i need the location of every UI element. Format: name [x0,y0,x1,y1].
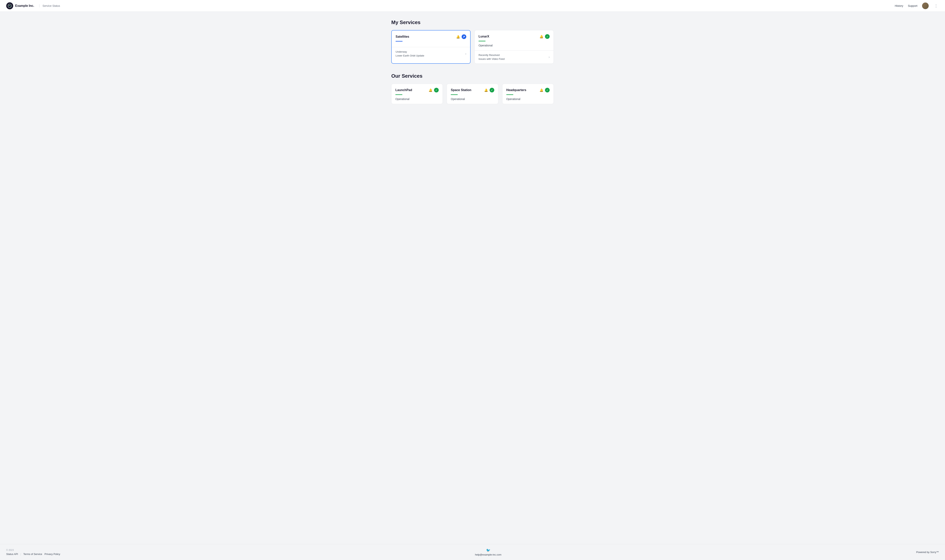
my-services-grid: Satellites 🔔 Underway Lo [391,30,554,64]
satellites-card-bottom[interactable]: Underway Lower Earth Orbit Update › [392,47,470,60]
lunarx-incident-label: Recently Resolved [478,53,504,57]
launchpad-bell-icon[interactable]: 🔔 [429,88,432,92]
space-station-card-header: Space Station 🔔 ✓ [451,88,494,92]
powered-by-text: Powered by Sorry™ [916,551,939,554]
launchpad-check-icon: ✓ [434,88,439,92]
satellites-chevron-icon: › [465,52,466,55]
status-api-link[interactable]: Status API [6,552,18,555]
satellites-status-bar [396,41,402,42]
my-services-title: My Services [391,19,554,25]
space-station-check-icon: ✓ [490,88,494,92]
satellites-card[interactable]: Satellites 🔔 Underway Lo [391,30,470,64]
twitter-icon[interactable]: 🐦 [486,548,490,552]
space-station-card[interactable]: Space Station 🔔 ✓ Operational [447,84,498,104]
headquarters-card-top: Headquarters 🔔 ✓ Operational [503,84,553,104]
our-services-grid: LaunchPad 🔔 ✓ Operational Space Station … [391,84,554,104]
lunarx-status-bar [478,41,486,42]
footer-left: © 2023 Status API | Terms of Service Pri… [6,549,60,555]
footer: © 2023 Status API | Terms of Service Pri… [0,544,945,560]
lunarx-check-icon: ✓ [545,34,550,39]
launchpad-card-header: LaunchPad 🔔 ✓ [395,88,439,92]
footer-links: Status API | Terms of Service Privacy Po… [6,552,60,555]
lunarx-title: LunarX [478,35,489,38]
satellites-bell-icon[interactable]: 🔔 [456,35,460,38]
lunarx-card[interactable]: LunarX 🔔 ✓ Operational Recently Resolved… [475,30,554,64]
more-menu-button[interactable]: ⋮ [933,3,939,9]
footer-copyright: © 2023 [6,549,60,551]
footer-right: Powered by Sorry™ [916,551,939,554]
headquarters-icons: 🔔 ✓ [540,88,550,92]
space-station-status-text: Operational [451,97,465,101]
space-station-icons: 🔔 ✓ [484,88,494,92]
satellites-incident-label: Underway [396,50,424,54]
satellites-icons: 🔔 [456,34,466,39]
avatar-image [922,3,929,9]
lunarx-chevron-icon: › [549,55,550,59]
support-nav-link[interactable]: Support [908,4,917,8]
logo-name: Example Inc. [15,4,34,8]
lunarx-card-bottom[interactable]: Recently Resolved Issues with Video Feed… [475,51,553,63]
headquarters-card[interactable]: Headquarters 🔔 ✓ Operational [502,84,554,104]
lunarx-card-top: LunarX 🔔 ✓ Operational [475,30,553,50]
space-station-title: Space Station [451,88,471,92]
launchpad-card[interactable]: LaunchPad 🔔 ✓ Operational [391,84,443,104]
service-status-label: Service Status [39,4,60,8]
main-content: My Services Satellites 🔔 [385,12,560,544]
launchpad-icons: 🔔 ✓ [429,88,439,92]
satellites-card-top: Satellites 🔔 [392,31,470,47]
footer-email: help@example-inc.com [475,553,501,556]
launchpad-card-top: LaunchPad 🔔 ✓ Operational [392,84,442,104]
satellites-title: Satellites [396,35,409,38]
headquarters-status-text: Operational [506,97,520,101]
launchpad-title: LaunchPad [395,88,412,92]
logo-icon [6,2,13,9]
footer-divider-1: | [20,552,21,555]
avatar[interactable] [922,3,929,9]
header-right: History Support ⋮ [895,3,939,9]
space-station-status-bar [451,94,458,95]
header: Example Inc. Service Status History Supp… [0,0,945,12]
footer-center: 🐦 help@example-inc.com [475,548,501,556]
space-station-card-top: Space Station 🔔 ✓ Operational [447,84,498,104]
terms-link[interactable]: Terms of Service [23,552,42,555]
lunarx-status-text: Operational [478,44,493,47]
headquarters-status-bar [506,94,513,95]
headquarters-card-header: Headquarters 🔔 ✓ [506,88,550,92]
history-nav-link[interactable]: History [895,4,903,8]
headquarters-bell-icon[interactable]: 🔔 [540,88,543,92]
lunarx-icons: 🔔 ✓ [540,34,550,39]
lunarx-card-header: LunarX 🔔 ✓ [478,34,550,39]
headquarters-check-icon: ✓ [545,88,550,92]
satellites-incident-detail: Lower Earth Orbit Update [396,54,424,58]
privacy-link[interactable]: Privacy Policy [45,552,60,555]
svg-point-0 [8,4,11,8]
satellites-wrench-icon [462,34,466,39]
lunarx-incident-text: Recently Resolved Issues with Video Feed [478,53,504,61]
satellites-card-header: Satellites 🔔 [396,34,466,39]
lunarx-incident-detail: Issues with Video Feed [478,57,504,61]
space-station-bell-icon[interactable]: 🔔 [484,88,488,92]
launchpad-status-bar [395,94,402,95]
launchpad-status-text: Operational [395,97,409,101]
svg-point-1 [9,5,9,5]
lunarx-bell-icon[interactable]: 🔔 [540,35,543,38]
headquarters-title: Headquarters [506,88,526,92]
our-services-title: Our Services [391,73,554,79]
satellites-incident-text: Underway Lower Earth Orbit Update [396,50,424,57]
logo-area: Example Inc. Service Status [6,2,60,9]
